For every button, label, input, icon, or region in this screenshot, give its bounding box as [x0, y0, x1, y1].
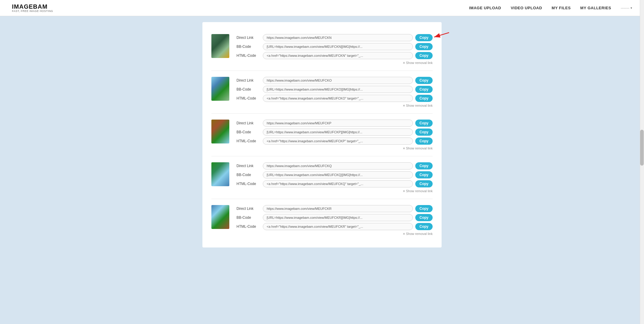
copy-html-code-button[interactable]: Copy — [415, 180, 433, 187]
html-code-input[interactable] — [263, 137, 413, 145]
bb-code-input[interactable] — [263, 171, 413, 178]
removal-link-row: ✕Show removal link — [236, 146, 433, 150]
show-removal-link[interactable]: ✕Show removal link — [403, 61, 433, 65]
image-item: Direct LinkCopyBB-CodeCopyHTML-CodeCopy✕… — [211, 28, 433, 71]
field-row: BB-CodeCopy — [236, 214, 433, 221]
field-label: HTML-Code — [236, 224, 260, 229]
html-code-input[interactable] — [263, 180, 413, 187]
nav-my-galleries[interactable]: MY GALLERIES — [580, 6, 611, 10]
direct-link-input[interactable] — [263, 77, 413, 84]
direct-link-input[interactable] — [263, 162, 413, 169]
field-label: HTML-Code — [236, 96, 260, 100]
field-label: BB-Code — [236, 130, 260, 134]
field-row: BB-CodeCopy — [236, 86, 433, 93]
image-item: Direct LinkCopyBB-CodeCopyHTML-CodeCopy✕… — [211, 114, 433, 156]
field-label: HTML-Code — [236, 182, 260, 186]
copy-bb-code-button[interactable]: Copy — [415, 43, 433, 50]
image-item: Direct LinkCopyBB-CodeCopyHTML-CodeCopy✕… — [211, 71, 433, 114]
chevron-down-icon: ▾ — [631, 6, 632, 10]
field-row: Direct LinkCopy — [236, 77, 433, 84]
removal-link-row: ✕Show removal link — [236, 232, 433, 236]
field-row: HTML-CodeCopy — [236, 95, 433, 102]
arrow-annotation — [433, 31, 451, 41]
field-row: HTML-CodeCopy — [236, 180, 433, 187]
fields-area: Direct LinkCopyBB-CodeCopyHTML-CodeCopy✕… — [236, 77, 433, 107]
site-header: IMAGEBAM FAST, FREE IMAGE HOSTING IMAGE … — [0, 0, 644, 16]
copy-direct-link-button[interactable]: Copy — [415, 34, 433, 41]
scrollbar-track[interactable] — [640, 0, 644, 259]
removal-x-icon: ✕ — [403, 104, 405, 107]
field-label: BB-Code — [236, 173, 260, 177]
bb-code-input[interactable] — [263, 43, 413, 50]
field-row: Direct LinkCopy — [236, 34, 433, 41]
image-item: Direct LinkCopyBB-CodeCopyHTML-CodeCopy✕… — [211, 156, 433, 199]
field-label: HTML-Code — [236, 54, 260, 58]
bb-code-input[interactable] — [263, 86, 413, 93]
removal-x-icon: ✕ — [403, 61, 405, 65]
copy-bb-code-button[interactable]: Copy — [415, 214, 433, 221]
direct-link-input[interactable] — [263, 120, 413, 127]
copy-html-code-button[interactable]: Copy — [415, 95, 433, 102]
direct-link-input[interactable] — [263, 34, 413, 41]
removal-x-icon: ✕ — [403, 189, 405, 193]
field-row: Direct LinkCopy — [236, 162, 433, 169]
copy-html-code-button[interactable]: Copy — [415, 137, 433, 145]
thumbnail — [211, 205, 229, 229]
logo-subtitle: FAST, FREE IMAGE HOSTING — [12, 10, 53, 13]
copy-direct-link-button[interactable]: Copy — [415, 162, 433, 169]
removal-link-row: ✕Show removal link — [236, 104, 433, 107]
svg-line-1 — [434, 33, 449, 37]
copy-bb-code-button[interactable]: Copy — [415, 86, 433, 93]
html-code-input[interactable] — [263, 223, 413, 230]
removal-x-icon: ✕ — [403, 232, 405, 236]
page-wrapper: Direct LinkCopyBB-CodeCopyHTML-CodeCopy✕… — [0, 16, 644, 259]
fields-area: Direct LinkCopyBB-CodeCopyHTML-CodeCopy✕… — [236, 205, 433, 236]
scrollbar-thumb[interactable] — [640, 130, 644, 166]
fields-area: Direct LinkCopyBB-CodeCopyHTML-CodeCopy✕… — [236, 162, 433, 193]
fields-area: Direct LinkCopyBB-CodeCopyHTML-CodeCopy✕… — [236, 34, 433, 65]
thumbnail — [211, 34, 229, 58]
field-row: Direct LinkCopy — [236, 205, 433, 212]
copy-direct-link-button[interactable]: Copy — [415, 120, 433, 127]
copy-direct-link-button[interactable]: Copy — [415, 77, 433, 84]
nav-image-upload[interactable]: IMAGE UPLOAD — [469, 6, 501, 10]
bb-code-input[interactable] — [263, 214, 413, 221]
image-item: Direct LinkCopyBB-CodeCopyHTML-CodeCopy✕… — [211, 199, 433, 242]
username-display: ········ — [621, 6, 629, 10]
copy-bb-code-button[interactable]: Copy — [415, 129, 433, 136]
show-removal-link[interactable]: ✕Show removal link — [403, 104, 433, 107]
nav-my-files[interactable]: MY FILES — [552, 6, 571, 10]
thumbnail — [211, 120, 229, 143]
show-removal-link[interactable]: ✕Show removal link — [403, 189, 433, 193]
field-row: HTML-CodeCopy — [236, 137, 433, 145]
thumbnail — [211, 162, 229, 186]
field-row: HTML-CodeCopy — [236, 52, 433, 59]
direct-link-input[interactable] — [263, 205, 413, 212]
html-code-input[interactable] — [263, 52, 413, 59]
copy-direct-link-button[interactable]: Copy — [415, 205, 433, 212]
copy-bb-code-button[interactable]: Copy — [415, 171, 433, 178]
main-nav: IMAGE UPLOAD VIDEO UPLOAD MY FILES MY GA… — [469, 6, 632, 10]
field-label: Direct Link — [236, 121, 260, 125]
copy-html-code-button[interactable]: Copy — [415, 52, 433, 59]
field-row: BB-CodeCopy — [236, 43, 433, 50]
content-panel: Direct LinkCopyBB-CodeCopyHTML-CodeCopy✕… — [202, 22, 442, 247]
field-label: Direct Link — [236, 36, 260, 40]
copy-html-code-button[interactable]: Copy — [415, 223, 433, 230]
field-row: Direct LinkCopy — [236, 120, 433, 127]
field-label: Direct Link — [236, 207, 260, 211]
field-row: BB-CodeCopy — [236, 129, 433, 136]
field-label: HTML-Code — [236, 139, 260, 143]
logo: IMAGEBAM FAST, FREE IMAGE HOSTING — [12, 3, 53, 13]
bb-code-input[interactable] — [263, 129, 413, 136]
html-code-input[interactable] — [263, 95, 413, 102]
field-label: BB-Code — [236, 216, 260, 220]
removal-link-row: ✕Show removal link — [236, 189, 433, 193]
show-removal-link[interactable]: ✕Show removal link — [403, 146, 433, 150]
user-menu[interactable]: ········ ▾ — [621, 6, 632, 10]
nav-video-upload[interactable]: VIDEO UPLOAD — [511, 6, 542, 10]
fields-area: Direct LinkCopyBB-CodeCopyHTML-CodeCopy✕… — [236, 120, 433, 150]
field-label: BB-Code — [236, 45, 260, 49]
logo-text: IMAGEBAM — [12, 3, 53, 10]
show-removal-link[interactable]: ✕Show removal link — [403, 232, 433, 236]
